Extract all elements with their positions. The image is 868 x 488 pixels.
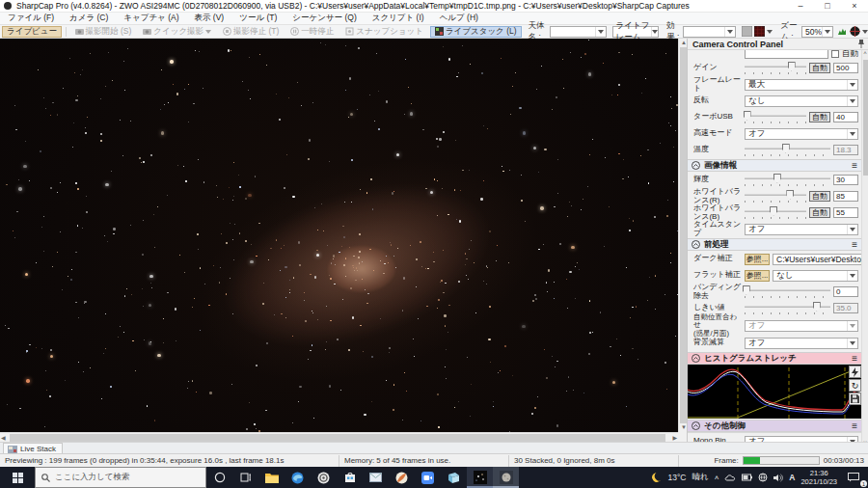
ime-indicator[interactable]: A: [789, 473, 795, 482]
framerate-dropdown[interactable]: 最大: [745, 79, 858, 91]
viewer-app-button[interactable]: [441, 467, 467, 488]
section-menu-icon[interactable]: ≡: [852, 353, 857, 364]
histogram-display[interactable]: ↻: [688, 365, 862, 419]
collapse-icon[interactable]: [692, 421, 700, 430]
flat-correction-dropdown[interactable]: なし: [773, 270, 858, 282]
object-name-combobox[interactable]: [550, 26, 606, 38]
pause-button[interactable]: 一時停止: [285, 26, 339, 38]
pin-icon[interactable]: [857, 40, 865, 48]
weather-moon-icon[interactable]: [651, 471, 664, 483]
menu-tools[interactable]: ツール (T): [231, 13, 285, 25]
brightness-slider[interactable]: [745, 174, 830, 187]
file-explorer-button[interactable]: [258, 467, 285, 488]
sharpcap-taskbar-button[interactable]: [467, 467, 493, 488]
horizontal-scrollbar[interactable]: ◀ ▶: [0, 432, 678, 442]
section-image-info[interactable]: 画像情報 ≡: [688, 159, 862, 172]
menu-sequencer[interactable]: シーケンサー (Q): [285, 13, 364, 25]
camera-app-button[interactable]: [311, 467, 337, 488]
turbo-usb-auto-button[interactable]: 自動: [809, 112, 830, 122]
auto-checkbox[interactable]: [831, 50, 839, 58]
white-balance-r-value[interactable]: 85: [833, 191, 858, 202]
dark-correction-dropdown[interactable]: C:¥Users¥user¥Desktop¥Sh…: [773, 254, 862, 265]
section-preprocessing[interactable]: 前処理 ≡: [688, 238, 862, 251]
panel-scrollbar[interactable]: ˄ ˅: [861, 50, 868, 446]
quick-capture-button[interactable]: クイック撮影: [138, 26, 216, 38]
auto-align-dropdown[interactable]: オフ: [745, 320, 858, 332]
close-button[interactable]: ×: [841, 0, 868, 13]
flip-dropdown[interactable]: なし: [745, 95, 858, 107]
imaging-app-taskbar-button[interactable]: [493, 467, 519, 488]
auto-stretch-button[interactable]: [849, 366, 861, 378]
collapse-icon[interactable]: [692, 161, 700, 170]
dark-browse-button[interactable]: 参照...: [745, 254, 770, 265]
section-histogram-stretch[interactable]: ヒストグラムストレッチ ≡: [688, 352, 862, 365]
weather-temp[interactable]: 13°C: [667, 473, 686, 482]
zoom-combobox[interactable]: 50%: [801, 26, 833, 38]
effects-combobox[interactable]: [683, 26, 736, 38]
edge-button[interactable]: [285, 467, 311, 488]
store-button[interactable]: [337, 467, 363, 488]
collapse-icon[interactable]: [692, 240, 700, 249]
maximize-button[interactable]: □: [814, 0, 841, 13]
high-speed-dropdown[interactable]: オフ: [745, 128, 858, 140]
frame-type-combobox[interactable]: ライトフレーム: [612, 26, 660, 38]
mail-button[interactable]: [363, 467, 389, 488]
zoom-app-button[interactable]: [415, 467, 441, 488]
white-balance-b-slider[interactable]: [745, 206, 806, 220]
task-view-button[interactable]: [232, 467, 258, 488]
snapshot-button[interactable]: スナップショット: [340, 26, 428, 38]
weather-condition[interactable]: 晴れ: [692, 472, 708, 483]
start-button[interactable]: [0, 467, 35, 488]
section-menu-icon[interactable]: ≡: [852, 239, 857, 250]
capture-start-button[interactable]: 撮影開始 (S): [70, 26, 137, 38]
menu-file[interactable]: ファイル (F): [0, 13, 62, 25]
paint-app-button[interactable]: [389, 467, 415, 488]
tray-expand-icon[interactable]: ˄: [715, 474, 719, 482]
mono-swatch-icon[interactable]: [742, 26, 752, 37]
menu-help[interactable]: ヘルプ (H): [432, 13, 486, 25]
save-stretch-button[interactable]: [849, 393, 861, 405]
taskbar-clock[interactable]: 21:36 2021/10/23: [800, 469, 837, 487]
menu-scripting[interactable]: スクリプト (I): [365, 13, 432, 25]
live-stack-button[interactable]: ライブスタック (L): [430, 26, 522, 38]
menu-camera[interactable]: カメラ (C): [62, 13, 116, 25]
reset-stretch-button[interactable]: ↻: [849, 379, 861, 392]
network-icon[interactable]: [758, 473, 768, 482]
section-menu-icon[interactable]: ≡: [852, 420, 857, 431]
chevron-down-icon[interactable]: [862, 30, 868, 34]
section-menu-icon[interactable]: ≡: [852, 160, 857, 171]
menu-capture[interactable]: キャプチャ (A): [116, 13, 186, 25]
white-balance-r-slider[interactable]: [745, 190, 806, 203]
section-other-controls[interactable]: その他制御 ≡: [688, 420, 862, 432]
taskbar-search-input[interactable]: ここに入力して検索: [35, 467, 206, 488]
white-balance-b-auto-button[interactable]: 自動: [809, 207, 830, 218]
gain-auto-button[interactable]: 自動: [809, 63, 830, 73]
white-balance-r-auto-button[interactable]: 自動: [809, 191, 830, 202]
minimize-button[interactable]: –: [787, 0, 814, 13]
capture-stop-button[interactable]: 撮影停止 (T): [218, 26, 284, 38]
menu-view[interactable]: 表示 (V): [186, 13, 231, 25]
histogram-toggle-icon[interactable]: [838, 26, 846, 37]
cortana-button[interactable]: [206, 467, 232, 488]
gain-value[interactable]: 500: [833, 63, 858, 73]
turbo-usb-slider[interactable]: [745, 111, 806, 124]
background-subtraction-dropdown[interactable]: オフ: [745, 338, 858, 349]
turbo-usb-value[interactable]: 40: [833, 112, 858, 122]
flat-browse-button[interactable]: 参照...: [745, 270, 770, 282]
white-balance-b-value[interactable]: 55: [833, 207, 858, 218]
reticle-icon[interactable]: [850, 26, 860, 37]
gain-slider[interactable]: [745, 62, 806, 75]
timestamp-dropdown[interactable]: オフ: [745, 224, 858, 235]
live-view-button[interactable]: ライブビュー: [2, 26, 62, 38]
collapse-icon[interactable]: [692, 354, 700, 363]
chevron-down-icon[interactable]: [767, 30, 773, 34]
speaker-icon[interactable]: [773, 474, 783, 482]
onedrive-icon[interactable]: [724, 474, 736, 481]
bayer-swatch-icon[interactable]: [754, 26, 765, 37]
battery-icon[interactable]: [742, 474, 752, 481]
image-viewport[interactable]: [0, 39, 678, 432]
brightness-value[interactable]: 30: [833, 175, 858, 185]
banding-slider[interactable]: [745, 285, 830, 299]
notification-center-button[interactable]: 1: [843, 467, 864, 488]
vertical-scrollbar[interactable]: ▲ ▼: [678, 39, 687, 432]
